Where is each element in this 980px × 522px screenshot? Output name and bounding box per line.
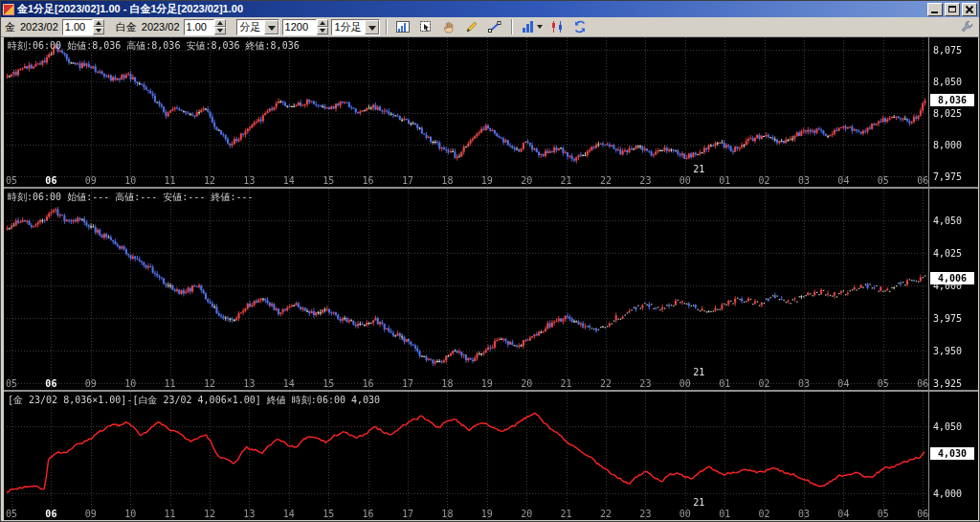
bar-type-dropdown[interactable]: 分足 bbox=[236, 19, 279, 35]
x-axis-label: 05 bbox=[874, 175, 893, 186]
x-axis-label: 00 bbox=[676, 509, 695, 519]
date-change-label: 21 bbox=[693, 497, 704, 508]
gold-multiplier-spinner[interactable] bbox=[93, 19, 104, 34]
date-change-label: 21 bbox=[693, 367, 704, 377]
x-axis-label: 06 bbox=[41, 378, 60, 389]
chart-panel-spread: [金 23/02 8,036×1.00]-[白金 23/02 4,006×1.0… bbox=[4, 392, 978, 520]
x-axis-label: 10 bbox=[121, 378, 140, 389]
settings-wrench-icon[interactable] bbox=[956, 18, 976, 36]
gold-plot-canvas[interactable] bbox=[4, 37, 978, 187]
x-axis-label: 22 bbox=[596, 509, 615, 519]
x-axis-label: 21 bbox=[557, 378, 576, 389]
platinum-info-text: 時刻:06:00 始値:--- 高値:--- 安値:--- 終値:--- bbox=[8, 191, 254, 204]
spin-up-icon[interactable] bbox=[214, 19, 226, 27]
spin-up-icon[interactable] bbox=[317, 19, 328, 27]
x-axis-label: 06 bbox=[41, 509, 60, 519]
select-mode-icon[interactable] bbox=[416, 18, 436, 36]
gold-last-price-badge: 8,036 bbox=[930, 94, 974, 106]
x-axis-label: 01 bbox=[715, 509, 734, 519]
platinum-multiplier-input[interactable] bbox=[184, 19, 214, 35]
x-axis-label: 02 bbox=[755, 378, 774, 389]
x-axis-label: 15 bbox=[319, 509, 338, 519]
close-button[interactable] bbox=[962, 3, 977, 16]
gold-y-tick: 8,025 bbox=[933, 108, 962, 119]
spin-down-icon[interactable] bbox=[93, 27, 104, 34]
platinum-y-tick: 4,050 bbox=[933, 216, 962, 226]
gold-multiplier-input[interactable] bbox=[62, 19, 93, 35]
x-axis-label: 22 bbox=[596, 175, 615, 186]
date-change-label: 21 bbox=[693, 164, 704, 174]
x-axis-label: 13 bbox=[239, 378, 258, 389]
platinum-multiplier-field bbox=[184, 19, 226, 35]
interval-dropdown[interactable]: 1分足 bbox=[331, 19, 380, 35]
platinum-y-tick: 3,950 bbox=[933, 346, 962, 356]
x-axis-label: 14 bbox=[279, 509, 299, 519]
x-axis-label: 16 bbox=[359, 509, 378, 519]
bar-count-spinner[interactable] bbox=[317, 19, 328, 34]
x-axis-label: 05 bbox=[4, 378, 21, 389]
trendline-draw-icon[interactable] bbox=[485, 18, 505, 36]
x-axis-label: 03 bbox=[794, 378, 813, 389]
spin-down-icon[interactable] bbox=[214, 27, 226, 34]
minimize-button[interactable] bbox=[927, 3, 943, 16]
toolbar-separator bbox=[511, 19, 513, 34]
x-axis-label: 19 bbox=[478, 175, 497, 186]
x-axis-label: 20 bbox=[517, 378, 536, 389]
x-axis-label: 01 bbox=[715, 175, 734, 186]
gold-y-tick: 7,975 bbox=[933, 171, 962, 182]
chevron-down-icon[interactable] bbox=[264, 20, 278, 34]
spin-down-icon[interactable] bbox=[317, 27, 328, 34]
x-axis-label: 09 bbox=[81, 175, 100, 186]
x-axis-label: 17 bbox=[398, 378, 417, 389]
chart-window-icon[interactable] bbox=[393, 18, 413, 36]
pencil-draw-icon[interactable] bbox=[462, 18, 482, 36]
title-bar[interactable]: 金1分足[2023/02]1.00 - 白金1分足[2023/02]1.00 bbox=[1, 1, 979, 17]
spread-info-text: [金 23/02 8,036×1.00]-[白金 23/02 4,006×1.0… bbox=[8, 394, 380, 407]
platinum-plot-canvas[interactable] bbox=[4, 189, 978, 390]
x-axis-label: 03 bbox=[794, 175, 813, 186]
gold-label: 金 bbox=[4, 20, 16, 34]
x-axis-label: 00 bbox=[676, 175, 695, 186]
x-axis-label: 04 bbox=[834, 378, 853, 389]
candle-chart-icon[interactable] bbox=[547, 18, 568, 36]
x-axis-label: 04 bbox=[834, 175, 853, 186]
x-axis-label: 20 bbox=[517, 175, 536, 186]
chart-panel-gold: 時刻:06:00 始値:8,036 高値:8,036 安値:8,036 終値:8… bbox=[4, 37, 978, 187]
x-axis-label: 01 bbox=[715, 378, 734, 389]
platinum-last-price-badge: 4,006 bbox=[930, 272, 974, 284]
x-axis-label: 13 bbox=[239, 509, 258, 519]
bar-count-field bbox=[282, 19, 328, 35]
bar-count-input[interactable] bbox=[282, 19, 317, 35]
hand-pan-icon[interactable] bbox=[439, 18, 459, 36]
x-axis-label: 18 bbox=[437, 378, 457, 389]
maximize-button[interactable] bbox=[945, 3, 960, 16]
spread-y-tick: 4,050 bbox=[933, 421, 962, 432]
x-axis-label: 23 bbox=[635, 509, 655, 519]
bar-chart-icon[interactable] bbox=[519, 18, 545, 36]
spread-plot-canvas[interactable] bbox=[4, 392, 978, 520]
x-axis-label: 06 bbox=[913, 509, 932, 519]
window-controls bbox=[927, 3, 977, 16]
x-axis-label: 20 bbox=[517, 509, 536, 519]
interval-value: 1分足 bbox=[332, 20, 365, 34]
platinum-contract-month: 2023/02 bbox=[141, 21, 181, 33]
platinum-multiplier-spinner[interactable] bbox=[214, 19, 226, 34]
x-axis-label: 06 bbox=[41, 175, 60, 186]
spread-y-tick: 4,000 bbox=[933, 488, 962, 499]
platinum-label: 白金 bbox=[115, 20, 138, 34]
app-icon bbox=[3, 4, 14, 15]
x-axis-label: 14 bbox=[279, 378, 299, 389]
chart-window: 金1分足[2023/02]1.00 - 白金1分足[2023/02]1.00 金… bbox=[0, 0, 980, 522]
x-axis-label: 00 bbox=[676, 378, 695, 389]
x-axis-label: 15 bbox=[319, 378, 338, 389]
x-axis-label: 11 bbox=[161, 378, 180, 389]
x-axis-label: 18 bbox=[437, 509, 457, 519]
x-axis-label: 16 bbox=[359, 378, 378, 389]
x-axis-label: 21 bbox=[557, 509, 576, 519]
x-axis-label: 06 bbox=[913, 378, 932, 389]
spin-up-icon[interactable] bbox=[93, 19, 104, 27]
refresh-icon[interactable] bbox=[570, 18, 590, 36]
chevron-down-icon[interactable] bbox=[365, 20, 379, 34]
x-axis-label: 10 bbox=[121, 509, 140, 519]
gold-multiplier-field bbox=[62, 19, 104, 35]
